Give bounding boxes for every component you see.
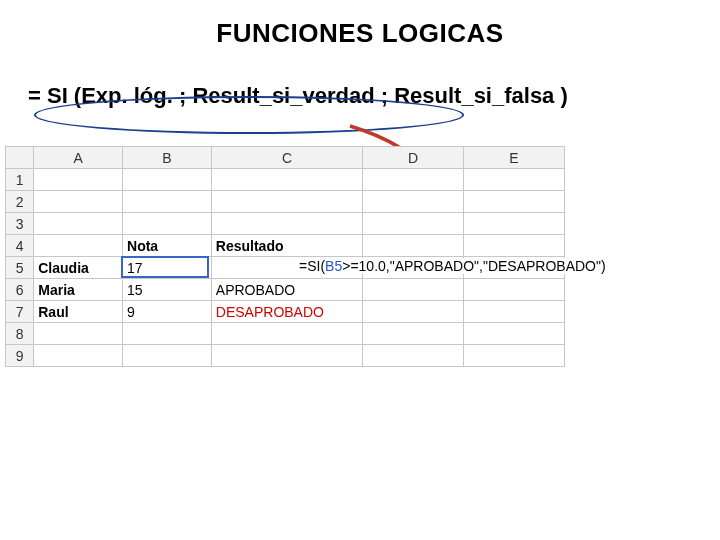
cell-d3[interactable] bbox=[363, 213, 464, 235]
formula-ref: B5 bbox=[325, 258, 342, 274]
cell-c9[interactable] bbox=[211, 345, 362, 367]
cell-d8[interactable] bbox=[363, 323, 464, 345]
formula-fn: SI bbox=[307, 258, 320, 274]
cell-b9[interactable] bbox=[123, 345, 212, 367]
cell-c2[interactable] bbox=[211, 191, 362, 213]
cell-a3[interactable] bbox=[34, 213, 123, 235]
cell-a1[interactable] bbox=[34, 169, 123, 191]
cell-a2[interactable] bbox=[34, 191, 123, 213]
cell-b4-nota-header[interactable]: Nota bbox=[123, 235, 212, 257]
cell-c1[interactable] bbox=[211, 169, 362, 191]
cell-b1[interactable] bbox=[123, 169, 212, 191]
cell-e6[interactable] bbox=[464, 279, 565, 301]
row-header-5[interactable]: 5 bbox=[6, 257, 34, 279]
corner-cell[interactable] bbox=[6, 147, 34, 169]
cell-d2[interactable] bbox=[363, 191, 464, 213]
row-header-6[interactable]: 6 bbox=[6, 279, 34, 301]
formula-str2: "DESAPROBADO" bbox=[483, 258, 601, 274]
row-header-3[interactable]: 3 bbox=[6, 213, 34, 235]
col-header-c[interactable]: C bbox=[211, 147, 362, 169]
cell-a5-name[interactable]: Claudia bbox=[34, 257, 123, 279]
cell-d1[interactable] bbox=[363, 169, 464, 191]
row-header-9[interactable]: 9 bbox=[6, 345, 34, 367]
col-header-d[interactable]: D bbox=[363, 147, 464, 169]
cell-e8[interactable] bbox=[464, 323, 565, 345]
cell-b8[interactable] bbox=[123, 323, 212, 345]
cell-e4[interactable] bbox=[464, 235, 565, 257]
spreadsheet-grid: A B C D E 1 2 3 4 Nota Resultado 5 bbox=[5, 146, 565, 367]
page-title: FUNCIONES LOGICAS bbox=[0, 18, 720, 49]
cell-d9[interactable] bbox=[363, 345, 464, 367]
formula-eq: = bbox=[299, 258, 307, 274]
formula-overlay: =SI(B5>=10.0,"APROBADO","DESAPROBADO") bbox=[299, 258, 606, 274]
row-header-1[interactable]: 1 bbox=[6, 169, 34, 191]
cell-e1[interactable] bbox=[464, 169, 565, 191]
col-header-a[interactable]: A bbox=[34, 147, 123, 169]
row-header-8[interactable]: 8 bbox=[6, 323, 34, 345]
col-header-e[interactable]: E bbox=[464, 147, 565, 169]
row-header-7[interactable]: 7 bbox=[6, 301, 34, 323]
formula-cmp: >=10.0, bbox=[342, 258, 390, 274]
cell-c6-resultado[interactable]: APROBADO bbox=[211, 279, 362, 301]
cell-d7[interactable] bbox=[363, 301, 464, 323]
cell-b3[interactable] bbox=[123, 213, 212, 235]
row-header-2[interactable]: 2 bbox=[6, 191, 34, 213]
cell-e2[interactable] bbox=[464, 191, 565, 213]
col-header-b[interactable]: B bbox=[123, 147, 212, 169]
cell-e7[interactable] bbox=[464, 301, 565, 323]
cell-a7-name[interactable]: Raul bbox=[34, 301, 123, 323]
cell-a4[interactable] bbox=[34, 235, 123, 257]
cell-c7-resultado[interactable]: DESAPROBADO bbox=[211, 301, 362, 323]
formula-str1: "APROBADO" bbox=[390, 258, 479, 274]
cell-a9[interactable] bbox=[34, 345, 123, 367]
cell-d4[interactable] bbox=[363, 235, 464, 257]
cell-b2[interactable] bbox=[123, 191, 212, 213]
row-header-4[interactable]: 4 bbox=[6, 235, 34, 257]
formula-syntax-text: = SI (Exp. lóg. ; Result_si_verdad ; Res… bbox=[28, 83, 720, 109]
cell-d6[interactable] bbox=[363, 279, 464, 301]
cell-b5-nota[interactable]: 17 bbox=[123, 257, 212, 279]
cell-c3[interactable] bbox=[211, 213, 362, 235]
cell-b7-nota[interactable]: 9 bbox=[123, 301, 212, 323]
formula-close: ) bbox=[601, 258, 606, 274]
cell-e3[interactable] bbox=[464, 213, 565, 235]
cell-e9[interactable] bbox=[464, 345, 565, 367]
cell-a6-name[interactable]: Maria bbox=[34, 279, 123, 301]
cell-c8[interactable] bbox=[211, 323, 362, 345]
cell-b6-nota[interactable]: 15 bbox=[123, 279, 212, 301]
cell-a8[interactable] bbox=[34, 323, 123, 345]
cell-c4-resultado-header[interactable]: Resultado bbox=[211, 235, 362, 257]
